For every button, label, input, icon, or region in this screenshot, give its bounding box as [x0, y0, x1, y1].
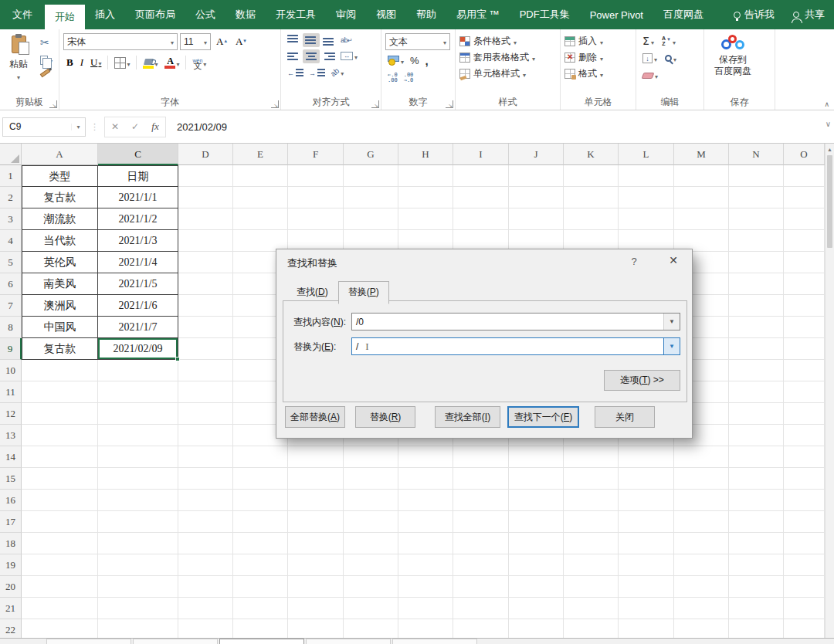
cell-D13[interactable] — [178, 425, 233, 446]
row-header-13[interactable]: 13 — [0, 425, 22, 446]
alignment-dialog-launcher[interactable] — [371, 100, 379, 108]
fill-handle[interactable] — [175, 357, 180, 361]
cell-K21[interactable] — [564, 598, 619, 619]
cell-C5[interactable]: 2021/1/4 — [98, 252, 178, 273]
cell-H3[interactable] — [398, 208, 453, 230]
cell-C19[interactable] — [98, 554, 178, 576]
cell-E15[interactable] — [233, 468, 288, 490]
cell-I18[interactable] — [453, 533, 509, 554]
ribbon-tab-公式[interactable]: 公式 — [185, 0, 225, 29]
cell-L21[interactable] — [619, 598, 674, 619]
percent-style-button[interactable]: % — [408, 53, 422, 68]
cell-I19[interactable] — [453, 554, 509, 576]
cell-N15[interactable] — [729, 468, 784, 490]
cell-N1[interactable] — [729, 165, 784, 187]
merge-center-button[interactable] — [338, 49, 360, 63]
wrap-text-button[interactable]: ab — [338, 35, 354, 46]
cell-C14[interactable] — [98, 446, 178, 468]
underline-button[interactable]: U — [87, 55, 104, 70]
cell-M20[interactable] — [674, 576, 729, 598]
number-dialog-launcher[interactable] — [446, 100, 453, 108]
cell-O7[interactable] — [784, 295, 825, 317]
ribbon-tab-视图[interactable]: 视图 — [366, 0, 406, 29]
cell-O6[interactable] — [784, 273, 825, 295]
cell-F17[interactable] — [288, 511, 344, 533]
replace-with-dropdown-arrow[interactable]: ▼ — [663, 338, 680, 354]
cell-N9[interactable] — [729, 338, 784, 360]
ribbon-tab-数据[interactable]: 数据 — [225, 0, 266, 29]
cell-J20[interactable] — [509, 576, 564, 598]
cell-E2[interactable] — [233, 187, 288, 208]
cell-O13[interactable] — [784, 425, 825, 446]
insert-cells-button[interactable]: 插入 — [564, 35, 632, 48]
cell-E22[interactable] — [233, 619, 288, 638]
cell-A1[interactable]: 类型 — [22, 165, 98, 187]
cell-M21[interactable] — [674, 598, 729, 619]
cell-J22[interactable] — [509, 619, 564, 638]
row-header-19[interactable]: 19 — [0, 554, 22, 576]
cell-C11[interactable] — [98, 381, 178, 403]
cell-A10[interactable] — [22, 360, 98, 381]
column-header-O[interactable]: O — [784, 144, 825, 165]
cell-E18[interactable] — [233, 533, 288, 554]
cell-D1[interactable] — [178, 165, 233, 187]
cell-C12[interactable] — [98, 403, 178, 425]
cell-E16[interactable] — [233, 490, 288, 511]
cell-O16[interactable] — [784, 490, 825, 511]
column-header-N[interactable]: N — [729, 144, 784, 165]
cell-F15[interactable] — [288, 468, 344, 490]
sheet-tab[interactable] — [392, 639, 477, 644]
cell-C10[interactable] — [98, 360, 178, 381]
cell-O1[interactable] — [784, 165, 825, 187]
cell-E19[interactable] — [233, 554, 288, 576]
cell-A15[interactable] — [22, 468, 98, 490]
cell-M19[interactable] — [674, 554, 729, 576]
conditional-formatting-button[interactable]: 条件格式 — [459, 35, 556, 48]
cell-F3[interactable] — [288, 208, 344, 230]
cell-N2[interactable] — [729, 187, 784, 208]
cell-I21[interactable] — [453, 598, 509, 619]
cell-E17[interactable] — [233, 511, 288, 533]
number-format-combo[interactable]: 文本 — [385, 33, 450, 50]
ribbon-tab-插入[interactable]: 插入 — [85, 0, 125, 29]
cell-I2[interactable] — [453, 187, 509, 208]
clear-button[interactable] — [640, 68, 660, 83]
row-header-6[interactable]: 6 — [0, 273, 22, 295]
format-as-table-button[interactable]: 套用表格格式 — [459, 51, 556, 64]
cell-A19[interactable] — [22, 554, 98, 576]
cell-N7[interactable] — [729, 295, 784, 317]
cell-C4[interactable]: 2021/1/3 — [98, 230, 178, 252]
cell-G17[interactable] — [344, 511, 398, 533]
find-select-button[interactable] — [663, 51, 679, 66]
confirm-entry-button[interactable]: ✓ — [125, 121, 145, 132]
column-header-D[interactable]: D — [178, 144, 233, 165]
row-header-8[interactable]: 8 — [0, 317, 22, 338]
cell-D9[interactable] — [178, 338, 233, 360]
cell-I3[interactable] — [453, 208, 509, 230]
cell-C17[interactable] — [98, 511, 178, 533]
cell-E14[interactable] — [233, 446, 288, 468]
cell-L14[interactable] — [619, 446, 674, 468]
decrease-decimal-button[interactable]: .00→.0 — [402, 71, 416, 85]
row-header-3[interactable]: 3 — [0, 208, 22, 230]
cell-A4[interactable]: 当代款 — [22, 230, 98, 252]
cell-C22[interactable] — [98, 619, 178, 638]
column-header-A[interactable]: A — [22, 144, 98, 165]
cell-J1[interactable] — [509, 165, 564, 187]
sort-filter-button[interactable]: AZ — [659, 34, 678, 49]
cell-G18[interactable] — [344, 533, 398, 554]
cell-F22[interactable] — [288, 619, 344, 638]
increase-font-button[interactable]: A — [213, 34, 230, 49]
font-size-combo[interactable]: 11 — [180, 33, 211, 50]
cell-O10[interactable] — [784, 360, 825, 381]
cell-C1[interactable]: 日期 — [98, 165, 178, 187]
cell-N10[interactable] — [729, 360, 784, 381]
cell-M17[interactable] — [674, 511, 729, 533]
ribbon-tab-PDF工具集[interactable]: PDF工具集 — [510, 0, 580, 29]
cell-G16[interactable] — [344, 490, 398, 511]
cell-M1[interactable] — [674, 165, 729, 187]
cell-D6[interactable] — [178, 273, 233, 295]
sheet-tab[interactable] — [46, 639, 131, 644]
cell-G22[interactable] — [344, 619, 398, 638]
cell-D18[interactable] — [178, 533, 233, 554]
